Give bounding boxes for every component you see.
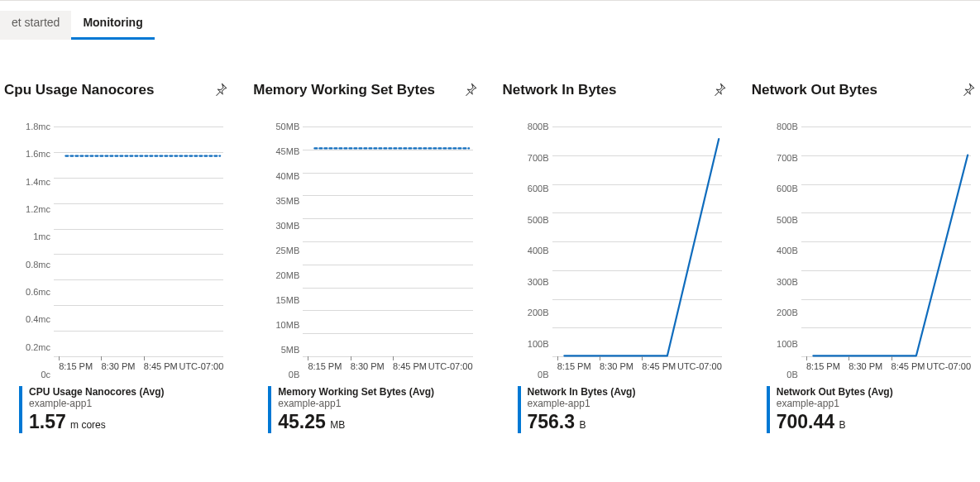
x-tick-label: 8:30 PM — [351, 361, 385, 371]
x-tick-label: 8:45 PM — [892, 361, 925, 371]
x-tick — [308, 356, 308, 360]
legend-subtext: example-app1 — [278, 398, 477, 409]
metrics-cards-row: Cpu Usage Nanocores1.8mc1.6mc1.4mc1.2mc1… — [0, 41, 980, 433]
plot-area — [552, 126, 722, 356]
y-tick-label: 300B — [518, 277, 549, 287]
legend-subtext: example-app1 — [528, 398, 727, 409]
legend-subtext: example-app1 — [777, 398, 976, 409]
legend-value: 45.25 — [278, 411, 326, 432]
x-tick — [144, 356, 145, 360]
y-tick-label: 500B — [767, 215, 798, 225]
y-tick-label: 0c — [19, 370, 50, 379]
card-title: Cpu Usage Nanocores — [4, 82, 154, 98]
card-title: Memory Working Set Bytes — [253, 82, 435, 98]
legend-metric: Memory Working Set Bytes (Avg) — [278, 386, 477, 398]
x-tick-label: 8:15 PM — [557, 361, 591, 371]
y-tick-label: 0B — [767, 370, 798, 379]
y-tick-label: 5MB — [268, 345, 299, 355]
timezone-label: UTC-07:00 — [677, 361, 722, 371]
x-tick — [642, 356, 643, 360]
card-title: Network In Bytes — [503, 82, 617, 98]
legend-unit: B — [836, 419, 845, 431]
legend-unit: MB — [327, 419, 345, 431]
y-tick-label: 600B — [767, 184, 798, 193]
y-tick-label: 35MB — [268, 196, 299, 206]
y-tick-label: 400B — [767, 246, 798, 255]
x-axis: 8:15 PM8:30 PM8:45 PMUTC-07:00 — [54, 360, 223, 375]
y-tick-label: 700B — [518, 153, 549, 163]
metric-card: Cpu Usage Nanocores1.8mc1.6mc1.4mc1.2mc1… — [4, 82, 228, 433]
legend-value: 1.57 — [29, 411, 66, 432]
series-line — [801, 126, 971, 356]
y-tick-label: 200B — [518, 308, 549, 317]
y-tick-label: 800B — [518, 122, 549, 131]
chart[interactable]: 50MB45MB40MB35MB30MB25MB20MB15MB10MB5MB0… — [268, 126, 477, 375]
x-tick — [351, 356, 351, 360]
x-axis: 8:15 PM8:30 PM8:45 PMUTC-07:00 — [801, 360, 971, 375]
x-axis: 8:15 PM8:30 PM8:45 PMUTC-07:00 — [552, 360, 722, 375]
chart[interactable]: 800B700B600B500B400B300B200B100B0B8:15 P… — [767, 126, 976, 375]
y-tick-label: 10MB — [268, 320, 299, 330]
metric-summary: Network In Bytes (Avg) example-app1 756.… — [518, 386, 727, 433]
x-tick-label: 8:30 PM — [600, 361, 633, 371]
legend-metric: Network In Bytes (Avg) — [528, 386, 727, 398]
pin-icon[interactable] — [463, 82, 478, 97]
y-tick-label: 25MB — [268, 246, 299, 255]
metric-card: Network In Bytes800B700B600B500B400B300B… — [503, 82, 727, 433]
plot-area — [303, 126, 472, 356]
series-line — [54, 126, 223, 356]
y-tick-label: 1.6mc — [19, 149, 50, 159]
y-tick-label: 50MB — [268, 122, 299, 131]
y-tick-label: 800B — [767, 122, 798, 131]
x-axis: 8:15 PM8:30 PM8:45 PMUTC-07:00 — [303, 360, 472, 375]
legend-value: 700.44 — [777, 411, 834, 432]
x-tick-label: 8:30 PM — [849, 361, 882, 371]
card-title: Network Out Bytes — [752, 82, 877, 98]
tab-monitoring[interactable]: Monitoring — [71, 11, 154, 40]
legend-metric: CPU Usage Nanocores (Avg) — [29, 386, 228, 398]
x-tick-label: 8:45 PM — [393, 361, 427, 371]
metric-summary: CPU Usage Nanocores (Avg) example-app1 1… — [19, 386, 228, 433]
gridline — [54, 356, 223, 357]
pin-icon[interactable] — [712, 82, 727, 97]
x-tick-label: 8:45 PM — [144, 361, 178, 371]
x-tick — [101, 356, 102, 360]
y-tick-label: 100B — [767, 339, 798, 349]
legend-subtext: example-app1 — [29, 398, 228, 409]
y-tick-label: 0B — [518, 370, 549, 379]
tab-strip: et started Monitoring — [0, 1, 980, 41]
metric-card: Network Out Bytes800B700B600B500B400B300… — [752, 82, 976, 433]
y-tick-label: 1.8mc — [19, 122, 50, 131]
y-tick-label: 0.6mc — [19, 287, 50, 297]
y-tick-label: 45MB — [268, 146, 299, 156]
x-tick-label: 8:45 PM — [642, 361, 676, 371]
y-tick-label: 400B — [518, 246, 549, 255]
x-tick-label: 8:30 PM — [101, 361, 135, 371]
pin-icon[interactable] — [213, 82, 228, 97]
y-tick-label: 200B — [767, 308, 798, 317]
chart[interactable]: 1.8mc1.6mc1.4mc1.2mc1mc0.8mc0.6mc0.4mc0.… — [19, 126, 228, 375]
timezone-label: UTC-07:00 — [179, 361, 223, 371]
y-tick-label: 300B — [767, 277, 798, 287]
y-tick-label: 0.2mc — [19, 342, 50, 352]
y-tick-label: 600B — [518, 184, 549, 193]
y-tick-label: 0.8mc — [19, 260, 50, 270]
metric-summary: Network Out Bytes (Avg) example-app1 700… — [767, 386, 976, 433]
timezone-label: UTC-07:00 — [428, 361, 473, 371]
y-tick-label: 30MB — [268, 221, 299, 231]
y-tick-label: 0B — [268, 370, 299, 379]
pin-icon[interactable] — [961, 82, 976, 97]
x-tick-label: 8:15 PM — [308, 361, 342, 371]
legend-unit: m cores — [68, 419, 106, 431]
plot-area — [801, 126, 971, 356]
legend-metric: Network Out Bytes (Avg) — [777, 386, 976, 398]
gridline — [303, 356, 472, 357]
timezone-label: UTC-07:00 — [926, 361, 971, 371]
chart[interactable]: 800B700B600B500B400B300B200B100B0B8:15 P… — [518, 126, 727, 375]
x-tick-label: 8:15 PM — [806, 361, 840, 371]
plot-area — [54, 126, 223, 356]
series-line — [552, 126, 722, 356]
y-tick-label: 1mc — [19, 231, 50, 241]
y-tick-label: 700B — [767, 153, 798, 163]
tab-get-started[interactable]: et started — [0, 11, 71, 40]
